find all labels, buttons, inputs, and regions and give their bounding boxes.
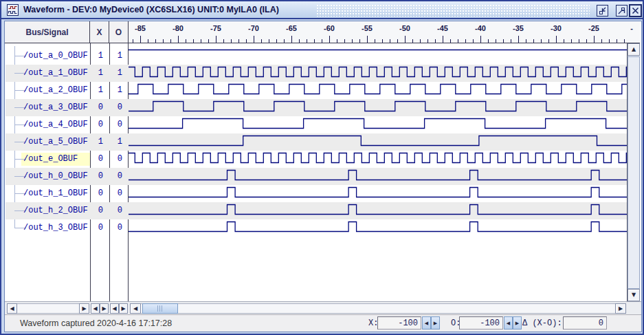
wave-scroll-right-button[interactable]: ▶ — [615, 303, 626, 314]
left-arrow-icon: ◀ — [133, 306, 137, 312]
axis-minor-tick — [503, 39, 504, 43]
right-arrow-icon: ▶ — [619, 306, 623, 312]
x-cursor-input[interactable]: -100 — [377, 316, 421, 329]
axis-minor-tick — [133, 39, 133, 43]
waveform-scrollbar[interactable] — [130, 303, 626, 314]
o-column-scroll-right-button[interactable]: ▶ — [119, 303, 128, 314]
signal-value-o: 0 — [109, 185, 126, 202]
signal-value-x: 1 — [90, 82, 107, 99]
axis-minor-tick — [231, 39, 232, 43]
axis-minor-tick — [208, 39, 209, 43]
axis-minor-tick — [450, 39, 451, 43]
o-cursor-increment-button[interactable]: ▶ — [513, 316, 522, 329]
signal-value-x: 1 — [90, 65, 107, 82]
x-cursor-increment-button[interactable]: ▶ — [431, 316, 440, 329]
vertical-scrollbar-thumb[interactable] — [628, 56, 640, 289]
signal-name[interactable]: /out_a_3_OBUF — [23, 99, 88, 116]
axis-minor-tick — [458, 39, 458, 43]
delta-label: Δ (X-O): — [522, 318, 562, 328]
signal-value-o: 0 — [109, 99, 126, 116]
scroll-up-button[interactable]: ▲ — [628, 43, 640, 56]
signal-name[interactable]: /out_h_1_OBUF — [23, 185, 88, 202]
axis-major-tick — [367, 36, 368, 43]
axis-minor-tick — [261, 39, 262, 43]
axis-minor-tick — [337, 39, 337, 43]
axis-minor-tick — [314, 39, 315, 43]
waveform-scrollbar-thumb[interactable] — [142, 303, 178, 314]
left-arrow-icon: ◀ — [10, 306, 14, 312]
axis-minor-tick — [579, 39, 579, 43]
axis-minor-tick — [624, 39, 625, 43]
axis-major-tick — [329, 36, 330, 43]
wave-out_h_0_OBUF — [129, 171, 627, 180]
scroll-down-button[interactable]: ▼ — [628, 289, 640, 301]
signal-value-o: 0 — [109, 151, 126, 168]
axis-label: -75 — [204, 24, 227, 32]
o-cursor-decrement-button[interactable]: ◀ — [504, 316, 513, 329]
name-scroll-right-button[interactable]: ▶ — [79, 303, 89, 314]
signal-value-x: 0 — [90, 185, 107, 202]
signal-value-x: 0 — [90, 202, 107, 219]
axis-label: -50 — [393, 24, 417, 32]
wave-out_a_3_OBUF — [129, 102, 627, 111]
name-column-scrollbar[interactable] — [7, 303, 89, 314]
signal-name[interactable]: /out_e_OBUF — [23, 151, 78, 168]
waveform-plot[interactable] — [129, 43, 627, 301]
axis-minor-tick — [564, 39, 564, 43]
signal-value-x: 0 — [90, 219, 107, 237]
axis-label: -65 — [280, 24, 303, 32]
axis-major-tick — [480, 36, 481, 43]
wave-out_h_2_OBUF — [129, 205, 627, 215]
axis-minor-tick — [269, 39, 269, 43]
status-bar: Waveform captured 2020-4-16 17:17:28 X: … — [5, 314, 641, 332]
signal-name[interactable]: /out_h_0_OBUF — [23, 168, 88, 185]
waveform-window: Waveform - DEV:0 MyDevice0 (XC6SLX16) UN… — [0, 0, 644, 335]
signal-value-o: 0 — [109, 116, 126, 133]
axis-minor-tick — [390, 39, 390, 43]
axis-label: -60 — [318, 24, 341, 32]
axis-minor-tick — [488, 39, 489, 43]
wave-out_e_OBUF — [129, 153, 627, 163]
signal-name[interactable]: /out_h_2_OBUF — [23, 202, 88, 219]
axis-major-tick — [518, 36, 519, 43]
signal-name[interactable]: /out_a_0_OBUF — [23, 47, 88, 65]
x-cursor-decrement-button[interactable]: ◀ — [422, 316, 431, 329]
x-column-scroll-right-button[interactable]: ▶ — [100, 303, 109, 314]
signal-name[interactable]: /out_a_5_OBUF — [23, 133, 88, 151]
o-cursor-input[interactable]: -100 — [459, 316, 503, 329]
close-icon[interactable] — [629, 4, 642, 17]
wave-scroll-left-button[interactable]: ◀ — [130, 303, 141, 314]
signal-name[interactable]: /out_a_2_OBUF — [23, 82, 88, 99]
axis-label: -35 — [507, 24, 530, 32]
title-bar[interactable]: Waveform - DEV:0 MyDevice0 (XC6SLX16) UN… — [1, 1, 643, 19]
axis-minor-tick — [382, 39, 383, 43]
axis-minor-tick — [299, 39, 300, 43]
signal-name[interactable]: /out_a_1_OBUF — [23, 65, 88, 82]
signal-value-x: 0 — [90, 116, 107, 133]
left-arrow-icon: ◀ — [112, 306, 116, 312]
signal-name[interactable]: /out_a_4_OBUF — [23, 116, 88, 133]
signal-value-x: 0 — [90, 168, 107, 185]
column-header-x[interactable]: X — [90, 21, 109, 43]
waveform-panel: Bus/Signal X O -85-80-75-70-65-60-55-50-… — [4, 21, 642, 332]
axis-major-tick — [254, 36, 254, 43]
up-arrow-icon: ▲ — [632, 47, 636, 52]
restore-icon[interactable] — [597, 5, 608, 17]
maximize-icon[interactable] — [616, 5, 628, 17]
column-header-o[interactable]: O — [109, 21, 129, 43]
axis-minor-tick — [163, 39, 164, 43]
axis-minor-tick — [465, 39, 466, 43]
column-header-bus-signal[interactable]: Bus/Signal — [5, 21, 90, 43]
signal-value-o: 0 — [109, 219, 126, 237]
wave-out_a_4_OBUF — [129, 119, 627, 129]
signal-name[interactable]: /out_h_3_OBUF — [23, 219, 88, 237]
time-axis[interactable]: -85-80-75-70-65-60-55-50-45-40-35-30-25- — [129, 21, 640, 43]
signal-value-x: 1 — [90, 47, 107, 65]
o-column-scroll-left-button[interactable]: ◀ — [110, 303, 119, 314]
x-column-scroll-left-button[interactable]: ◀ — [91, 303, 100, 314]
name-scroll-left-button[interactable]: ◀ — [7, 303, 17, 314]
axis-minor-tick — [307, 39, 307, 43]
axis-major-tick — [443, 36, 443, 43]
axis-major-tick — [594, 36, 595, 43]
axis-minor-tick — [533, 39, 534, 43]
